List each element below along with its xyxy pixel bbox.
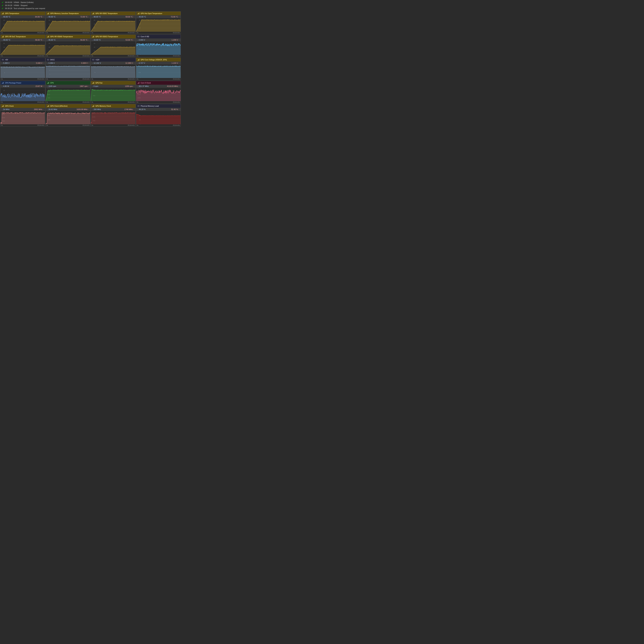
metric-values-1-2: ↓ 43.00 °C 53.00 °C ↑: [91, 38, 136, 41]
metric-card-3-2: GPU Fan ↓ 0 rpm 1209 rpm ↑ 05001000 0s 0…: [91, 81, 136, 103]
svg-text:60: 60: [139, 19, 141, 21]
time-end-label: 0h16m40s: [83, 78, 90, 80]
svg-rect-121: [139, 59, 139, 61]
time-end-label: 0h16m40s: [128, 32, 135, 34]
time-end-label: 0h16m40s: [83, 101, 90, 103]
arrow-down-icon: ↓: [138, 16, 138, 18]
arrow-down-icon: ↓: [138, 109, 138, 110]
chart-labels-1-1: 0s 0h16m40s: [46, 55, 90, 57]
metric-min-3-3: ↓ 801.37 MHz: [138, 85, 149, 87]
svg-rect-3: [3, 13, 4, 14]
metric-max-4-0: 2002 MHz ↑: [34, 108, 44, 110]
metric-max-2-0: 5.040 V ↑: [36, 62, 44, 64]
metric-min-value: 49.00 °C: [3, 39, 10, 41]
metric-max-value: 3.328 V: [81, 62, 88, 64]
metric-min-value: 54 MHz: [3, 108, 10, 110]
svg-rect-38: [139, 13, 139, 14]
svg-rect-178: [3, 105, 3, 107]
arrow-down-icon: ↓: [138, 62, 138, 64]
metric-min-1-1: ↓ 46.00 °C: [47, 39, 56, 41]
arrow-up-icon: ↑: [43, 39, 44, 41]
svg-rect-1: [2, 13, 3, 14]
metric-card-2-1: 3VCC ↓ 3.296 V 3.328 V ↑ 0123 0s 0h16m40…: [46, 58, 91, 80]
metric-values-1-3: ↓ 0.655 V 1.239 V ↑: [136, 38, 181, 41]
time-start-label: 0s: [92, 78, 93, 80]
svg-rect-72: [92, 37, 93, 37]
metric-card-4-0: GPU Clock ↓ 54 MHz 2002 MHz ↑ 0500100015…: [0, 104, 45, 126]
chart-area-0-1: 0204060: [46, 18, 90, 32]
svg-rect-177: [2, 106, 3, 107]
arrow-down-icon: ↓: [138, 39, 138, 41]
metric-min-value: 1605 rpm: [48, 85, 56, 87]
chart-labels-2-0: 0s 0h16m40s: [1, 78, 45, 80]
svg-rect-141: [49, 82, 49, 84]
time-end-label: 0h16m40s: [128, 55, 135, 57]
metric-header-4-1: GPU Clock (Effective): [46, 104, 90, 108]
metric-min-value: 48.20 %: [139, 108, 146, 110]
arrow-down-icon: ↓: [47, 62, 48, 64]
svg-text:40: 40: [3, 46, 5, 48]
metric-max-value: 5.040 V: [36, 62, 42, 64]
metric-card-4-1: GPU Clock (Effective) ↓ 26.62 MHz 1626.9…: [46, 104, 91, 126]
svg-rect-138: [47, 83, 47, 84]
metrics-row-1: GPU VR SoC Temperature ↓ 49.00 °C 58.00 …: [0, 34, 181, 57]
metric-max-value: 53.00 °C: [126, 39, 133, 41]
svg-rect-63: [49, 36, 49, 37]
metric-min-value: 5.000 V: [3, 62, 10, 64]
metric-min-1-3: ↓ 0.655 V: [138, 39, 145, 41]
metric-card-2-3: GPU Core Voltage (VDDCR_GFX) ↓ 0.727 V 1…: [136, 58, 181, 80]
metric-min-1-0: ↓ 49.00 °C: [2, 39, 10, 41]
metric-min-3-0: ↓ 4.85 W: [2, 85, 9, 87]
arrow-up-icon: ↑: [88, 39, 89, 41]
time-end-label: 0h16m40s: [128, 124, 135, 126]
metric-values-0-3: ↓ 40.00 °C 72.00 °C ↑: [136, 15, 181, 18]
time-end-label: 0h16m40s: [37, 101, 44, 103]
metric-values-2-2: ↓ 12.192 V 12.288 V ↑: [91, 62, 136, 65]
check-icon-2: ✔: [2, 4, 4, 7]
time-start-label: 0s: [46, 78, 48, 80]
metric-title-1-0: GPU VR SoC Temperature: [5, 36, 26, 38]
log-time-1: 00:00:00: [5, 1, 12, 3]
svg-rect-0: [2, 14, 2, 14]
svg-text:60: 60: [94, 19, 95, 21]
metric-min-1-2: ↓ 43.00 °C: [92, 39, 101, 41]
arrow-down-icon: ↓: [47, 109, 48, 110]
time-end-label: 0h16m40s: [173, 78, 180, 80]
metric-max-1-0: 58.00 °C ↑: [35, 39, 44, 41]
metric-title-2-2: +12V: [95, 59, 99, 61]
time-end-label: 0h16m40s: [37, 32, 44, 34]
metric-title-1-2: GPU VR VDDCI Temperature: [95, 36, 118, 38]
arrow-down-icon: ↓: [47, 39, 48, 41]
arrow-up-icon: ↑: [43, 62, 44, 64]
arrow-down-icon: ↓: [2, 109, 3, 110]
metric-title-4-2: GPU Memory Clock: [95, 105, 111, 107]
chart-labels-3-3: 0s 0h16m40s: [136, 101, 181, 103]
chart-area-3-1: 0500100015002000: [46, 88, 90, 101]
metric-min-value: 4.85 W: [3, 85, 9, 87]
metric-max-value: 56.00 °C: [80, 39, 88, 41]
time-start-label: 0s: [46, 55, 48, 57]
metric-max-value: 2002 MHz: [34, 108, 42, 110]
metric-card-0-2: GPU VR VDDC Temperature ↓ 48.00 °C 59.00…: [91, 11, 136, 34]
metric-max-0-3: 72.00 °C ↑: [171, 16, 179, 18]
metric-max-value: 4116.03 MHz: [167, 85, 178, 87]
metric-min-value: 40.00 °C: [3, 16, 10, 18]
svg-rect-15: [49, 13, 49, 14]
metric-title-2-1: 3VCC: [50, 59, 55, 61]
arrow-down-icon: ↓: [2, 62, 3, 64]
log-message-3: Test schedule stopped by user request: [14, 7, 45, 9]
metric-header-1-0: GPU VR SoC Temperature: [1, 35, 45, 38]
chart-labels-0-3: 0s 0h16m40s: [136, 32, 181, 34]
metric-min-0-0: ↓ 40.00 °C: [2, 16, 10, 18]
metrics-row-4: GPU Clock ↓ 54 MHz 2002 MHz ↑ 0500100015…: [0, 104, 181, 127]
metric-header-1-1: GPU VR VDDIO Temperature: [46, 35, 90, 38]
svg-text:40: 40: [94, 23, 95, 25]
chart-area-0-3: 0204060: [136, 18, 181, 32]
time-start-label: 0s: [1, 55, 3, 57]
metric-min-2-3: ↓ 0.727 V: [138, 62, 145, 64]
metrics-row-2: +5V ↓ 5.000 V 5.040 V ↑ 024 0s 0h16m40s …: [0, 57, 181, 81]
metric-card-3-0: CPU Package Power ↓ 4.85 W 23.87 W ↑ 010…: [0, 81, 45, 103]
svg-text:4000: 4000: [137, 88, 141, 89]
metric-header-2-3: GPU Core Voltage (VDDCR_GFX): [136, 58, 181, 62]
svg-rect-14: [48, 13, 48, 14]
